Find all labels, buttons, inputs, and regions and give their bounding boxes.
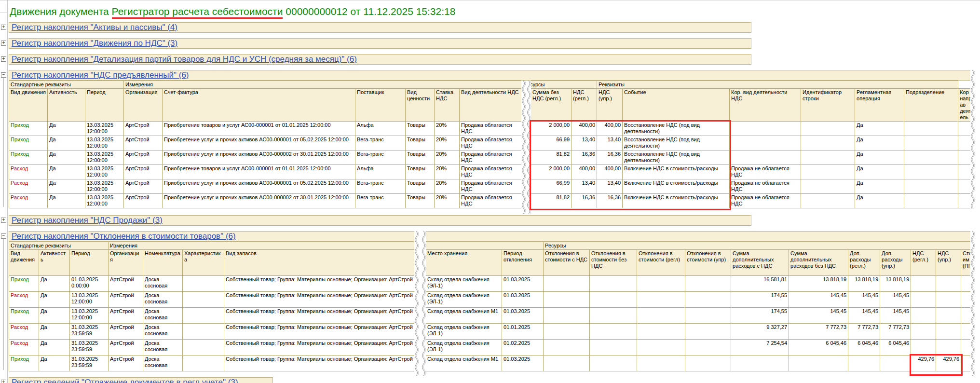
cell[interactable]: 400,00 xyxy=(572,165,597,179)
cell[interactable]: Альфа xyxy=(355,165,406,179)
cell[interactable]: Склад отдела снабжения (ЭЛ-1) xyxy=(426,292,502,308)
cell[interactable]: Собственный товар; Группа: Материалы осн… xyxy=(224,276,415,292)
cell[interactable] xyxy=(911,324,936,340)
cell[interactable] xyxy=(637,340,685,356)
cell[interactable] xyxy=(183,324,224,340)
cell[interactable]: Восстановление НДС (под вид деятельности… xyxy=(623,136,730,150)
cell[interactable]: 13 818,19 xyxy=(880,276,911,292)
cell[interactable] xyxy=(637,308,685,324)
cell[interactable]: Да xyxy=(48,150,85,165)
cell[interactable]: Товары xyxy=(406,165,435,179)
cell[interactable]: Склад отдела снабжения М1 xyxy=(426,308,502,324)
cell[interactable] xyxy=(731,356,789,371)
cell[interactable]: АртСтрой xyxy=(109,276,143,292)
cell[interactable]: 20% xyxy=(435,150,460,165)
cell[interactable]: Вега-транс xyxy=(355,150,406,165)
cell[interactable]: Приобретение услуг и прочих активов АС00… xyxy=(163,150,355,165)
cell[interactable]: 31.03.2025 23:59:59 xyxy=(70,356,109,371)
cell[interactable]: АртСтрой xyxy=(124,136,163,150)
cell[interactable]: Продажа не облагается НДС xyxy=(730,165,801,179)
cell[interactable]: Приход xyxy=(9,276,39,292)
cell[interactable] xyxy=(590,308,637,324)
section-link-batch-detail[interactable]: Регистр накопления "Детализация партий т… xyxy=(12,55,357,64)
cell[interactable]: Собственный товар; Группа: Материалы осн… xyxy=(224,340,415,356)
cell[interactable] xyxy=(544,292,590,308)
cell[interactable]: Склад отдела снабжения (ЭЛ-1) xyxy=(426,276,502,292)
cell[interactable] xyxy=(544,308,590,324)
cell[interactable]: Включение НДС в стоимость/расходы xyxy=(623,179,730,194)
section-link-vat-moves[interactable]: Регистр накопления "Движения по НДС" (3) xyxy=(12,39,177,48)
cell[interactable]: Да xyxy=(39,324,70,340)
cell[interactable]: 01.03.2025 xyxy=(502,276,544,292)
section-link-vat-presented[interactable]: Регистр накопления "НДС предъявленный" (… xyxy=(12,70,189,80)
cell[interactable] xyxy=(685,308,731,324)
cell[interactable]: 13.03.2025 12:00:00 xyxy=(85,150,124,165)
cell[interactable] xyxy=(544,324,590,340)
cell[interactable] xyxy=(936,292,961,308)
cell[interactable]: Да xyxy=(48,194,85,208)
cell[interactable]: 66,99 xyxy=(531,179,572,194)
cell[interactable]: Расход xyxy=(9,179,48,194)
cell[interactable]: 13 818,19 xyxy=(789,276,848,292)
cell[interactable]: 81,82 xyxy=(531,150,572,165)
cell[interactable]: 6 045,46 xyxy=(789,340,848,356)
cell[interactable]: Приобретение услуг и прочих активов АС00… xyxy=(163,179,355,194)
cell[interactable] xyxy=(637,356,685,371)
cell[interactable] xyxy=(183,356,224,371)
cell[interactable]: Склад отдела снабжения М1 xyxy=(426,356,502,371)
cell[interactable] xyxy=(183,292,224,308)
cell[interactable]: АртСтрой xyxy=(109,324,143,340)
cell[interactable]: Приход xyxy=(9,356,39,371)
cell[interactable]: 20% xyxy=(435,122,460,136)
section-link-cost-deviations[interactable]: Регистр накопления "Отклонения в стоимос… xyxy=(12,232,236,241)
cell[interactable]: 13.03.2025 12:00:00 xyxy=(85,179,124,194)
cell[interactable]: 13.03.2025 12:00:00 xyxy=(85,122,124,136)
cell[interactable]: Восстановление НДС (под вид деятельности… xyxy=(623,122,730,136)
cell[interactable]: Включение НДС в стоимость/расходы xyxy=(623,165,730,179)
cell[interactable]: Расход xyxy=(9,324,39,340)
cell[interactable] xyxy=(904,194,958,208)
cell[interactable]: 16,36 xyxy=(597,194,623,208)
cell[interactable] xyxy=(685,356,731,371)
cell[interactable]: 400,00 xyxy=(572,122,597,136)
cell[interactable] xyxy=(789,356,848,371)
cell[interactable]: 01.03.2025 xyxy=(502,356,544,371)
cell[interactable]: Доска сосновая xyxy=(143,340,183,356)
cell[interactable]: Приход xyxy=(9,122,48,136)
cell[interactable]: Продажа облагается НДС xyxy=(460,165,522,179)
cell[interactable] xyxy=(936,308,961,324)
cell[interactable]: Да xyxy=(855,150,904,165)
cell[interactable]: Да xyxy=(39,340,70,356)
cell[interactable] xyxy=(685,324,731,340)
cell[interactable]: 16,36 xyxy=(597,150,623,165)
cell[interactable]: Да xyxy=(48,165,85,179)
cell[interactable]: 13.03.2025 12:00:00 xyxy=(85,136,124,150)
cell[interactable] xyxy=(911,276,936,292)
cell[interactable]: 16 581,81 xyxy=(731,276,789,292)
cell[interactable]: 13,40 xyxy=(597,136,623,150)
cell[interactable]: АртСтрой xyxy=(109,356,143,371)
cell[interactable]: 01.03.2025 xyxy=(502,292,544,308)
cell[interactable] xyxy=(685,340,731,356)
expand-toggle-icon[interactable]: + xyxy=(1,25,6,30)
cell[interactable]: 66,99 xyxy=(531,136,572,150)
cell[interactable]: Склад отдела снабжения (ЭЛ-1) xyxy=(426,340,502,356)
cell[interactable] xyxy=(590,276,637,292)
cell[interactable] xyxy=(801,194,855,208)
cell[interactable]: 81,82 xyxy=(531,194,572,208)
cell[interactable]: Товары xyxy=(406,122,435,136)
cell[interactable]: АртСтрой xyxy=(124,122,163,136)
cell[interactable]: 13.03.2025 12:00:00 xyxy=(85,194,124,208)
cell[interactable]: Восстановление НДС (под вид деятельности… xyxy=(623,150,730,165)
cell[interactable]: Продажа облагается НДС xyxy=(460,150,522,165)
cell[interactable] xyxy=(544,356,590,371)
cell[interactable]: Да xyxy=(855,179,904,194)
cell[interactable]: Доска сосновая xyxy=(143,276,183,292)
cell[interactable]: Альфа xyxy=(355,122,406,136)
cell[interactable]: 13.03.2025 12:00:00 xyxy=(85,165,124,179)
cell[interactable]: 01.03.2025 xyxy=(502,308,544,324)
cell[interactable]: 13 818,19 xyxy=(848,276,880,292)
cell[interactable]: 20% xyxy=(435,194,460,208)
cell[interactable] xyxy=(544,340,590,356)
cell[interactable]: Товары xyxy=(406,136,435,150)
